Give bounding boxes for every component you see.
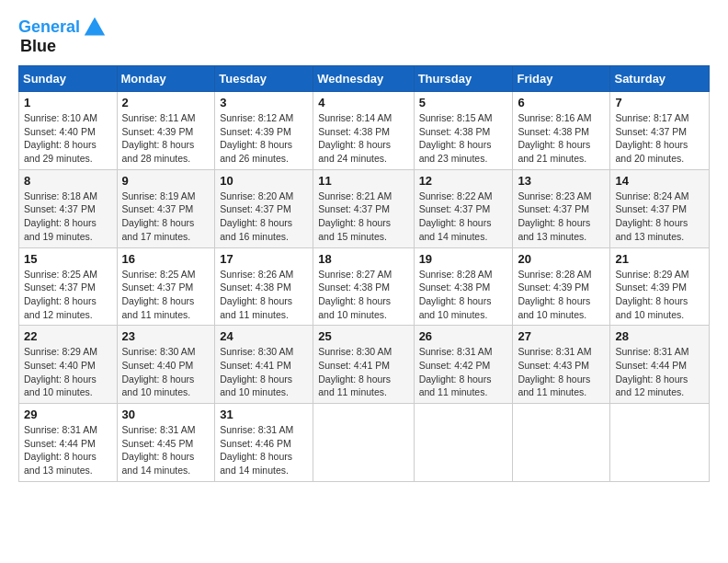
day-number: 9: [122, 174, 210, 188]
calendar-week-row: 1 Sunrise: 8:10 AM Sunset: 4:40 PM Dayli…: [19, 92, 710, 170]
logo-text: General: [18, 18, 80, 37]
calendar-cell: 4 Sunrise: 8:14 AM Sunset: 4:38 PM Dayli…: [313, 92, 414, 170]
calendar-cell: 28 Sunrise: 8:31 AM Sunset: 4:44 PM Dayl…: [610, 326, 710, 404]
day-number: 4: [318, 96, 408, 109]
calendar-cell: 20 Sunrise: 8:28 AM Sunset: 4:39 PM Dayl…: [513, 247, 610, 326]
day-number: 28: [615, 329, 704, 343]
day-number: 24: [220, 329, 308, 343]
calendar-cell: 27 Sunrise: 8:31 AM Sunset: 4:43 PM Dayl…: [513, 326, 610, 404]
calendar-table: SundayMondayTuesdayWednesdayThursdayFrid…: [18, 65, 710, 482]
calendar-week-row: 29 Sunrise: 8:31 AM Sunset: 4:44 PM Dayl…: [19, 404, 710, 482]
calendar-cell: 29 Sunrise: 8:31 AM Sunset: 4:44 PM Dayl…: [19, 404, 118, 482]
day-info: Sunrise: 8:19 AM Sunset: 4:37 PM Dayligh…: [122, 190, 210, 244]
svg-marker-0: [85, 17, 105, 36]
day-info: Sunrise: 8:25 AM Sunset: 4:37 PM Dayligh…: [122, 268, 210, 322]
calendar-cell: 14 Sunrise: 8:24 AM Sunset: 4:37 PM Dayl…: [610, 169, 710, 247]
calendar-cell: 23 Sunrise: 8:30 AM Sunset: 4:40 PM Dayl…: [117, 326, 215, 404]
day-info: Sunrise: 8:31 AM Sunset: 4:43 PM Dayligh…: [518, 345, 605, 399]
day-info: Sunrise: 8:25 AM Sunset: 4:37 PM Dayligh…: [24, 268, 112, 322]
day-number: 15: [24, 252, 112, 266]
day-number: 20: [518, 252, 605, 266]
calendar-cell: [313, 404, 414, 482]
calendar-cell: [610, 404, 710, 482]
day-number: 14: [615, 174, 704, 188]
day-info: Sunrise: 8:31 AM Sunset: 4:44 PM Dayligh…: [615, 345, 704, 399]
calendar-cell: 22 Sunrise: 8:29 AM Sunset: 4:40 PM Dayl…: [19, 326, 118, 404]
calendar-header-row: SundayMondayTuesdayWednesdayThursdayFrid…: [19, 66, 710, 92]
calendar-cell: 31 Sunrise: 8:31 AM Sunset: 4:46 PM Dayl…: [215, 404, 313, 482]
day-info: Sunrise: 8:29 AM Sunset: 4:40 PM Dayligh…: [24, 345, 112, 399]
day-info: Sunrise: 8:28 AM Sunset: 4:38 PM Dayligh…: [419, 268, 508, 322]
day-number: 30: [122, 408, 210, 421]
calendar-cell: 30 Sunrise: 8:31 AM Sunset: 4:45 PM Dayl…: [117, 404, 215, 482]
day-number: 7: [615, 96, 704, 109]
day-number: 11: [318, 174, 408, 188]
day-info: Sunrise: 8:15 AM Sunset: 4:38 PM Dayligh…: [419, 111, 508, 166]
day-number: 21: [615, 252, 704, 266]
day-info: Sunrise: 8:17 AM Sunset: 4:37 PM Dayligh…: [615, 111, 704, 166]
day-number: 18: [318, 252, 408, 266]
day-number: 13: [518, 174, 605, 188]
day-info: Sunrise: 8:28 AM Sunset: 4:39 PM Dayligh…: [518, 268, 605, 322]
day-number: 3: [220, 96, 308, 109]
col-header-tuesday: Tuesday: [215, 66, 313, 92]
day-info: Sunrise: 8:29 AM Sunset: 4:39 PM Dayligh…: [615, 268, 704, 322]
calendar-cell: 21 Sunrise: 8:29 AM Sunset: 4:39 PM Dayl…: [610, 247, 710, 326]
header: General Blue: [18, 15, 710, 56]
day-number: 19: [419, 252, 508, 266]
day-info: Sunrise: 8:16 AM Sunset: 4:38 PM Dayligh…: [518, 111, 605, 166]
calendar-cell: 12 Sunrise: 8:22 AM Sunset: 4:37 PM Dayl…: [414, 169, 513, 247]
day-info: Sunrise: 8:24 AM Sunset: 4:37 PM Dayligh…: [615, 190, 704, 244]
calendar-cell: 8 Sunrise: 8:18 AM Sunset: 4:37 PM Dayli…: [19, 169, 118, 247]
day-info: Sunrise: 8:31 AM Sunset: 4:45 PM Dayligh…: [122, 423, 210, 477]
calendar-cell: 2 Sunrise: 8:11 AM Sunset: 4:39 PM Dayli…: [117, 92, 215, 170]
calendar-cell: [513, 404, 610, 482]
day-info: Sunrise: 8:30 AM Sunset: 4:41 PM Dayligh…: [220, 345, 308, 399]
page: General Blue SundayMondayTuesdayWednesda…: [0, 0, 728, 563]
day-number: 2: [122, 96, 210, 109]
day-info: Sunrise: 8:31 AM Sunset: 4:42 PM Dayligh…: [419, 345, 508, 399]
day-number: 23: [122, 329, 210, 343]
day-info: Sunrise: 8:30 AM Sunset: 4:41 PM Dayligh…: [318, 345, 408, 399]
calendar-cell: 6 Sunrise: 8:16 AM Sunset: 4:38 PM Dayli…: [513, 92, 610, 170]
calendar-cell: 19 Sunrise: 8:28 AM Sunset: 4:38 PM Dayl…: [414, 247, 513, 326]
day-number: 27: [518, 329, 605, 343]
col-header-friday: Friday: [513, 66, 610, 92]
col-header-wednesday: Wednesday: [313, 66, 414, 92]
calendar-cell: [414, 404, 513, 482]
calendar-cell: 1 Sunrise: 8:10 AM Sunset: 4:40 PM Dayli…: [19, 92, 118, 170]
calendar-cell: 17 Sunrise: 8:26 AM Sunset: 4:38 PM Dayl…: [215, 247, 313, 326]
day-number: 6: [518, 96, 605, 109]
day-info: Sunrise: 8:31 AM Sunset: 4:46 PM Dayligh…: [220, 423, 308, 477]
calendar-week-row: 15 Sunrise: 8:25 AM Sunset: 4:37 PM Dayl…: [19, 247, 710, 326]
calendar-cell: 18 Sunrise: 8:27 AM Sunset: 4:38 PM Dayl…: [313, 247, 414, 326]
day-info: Sunrise: 8:21 AM Sunset: 4:37 PM Dayligh…: [318, 190, 408, 244]
day-number: 26: [419, 329, 508, 343]
day-info: Sunrise: 8:14 AM Sunset: 4:38 PM Dayligh…: [318, 111, 408, 166]
day-info: Sunrise: 8:27 AM Sunset: 4:38 PM Dayligh…: [318, 268, 408, 322]
day-info: Sunrise: 8:20 AM Sunset: 4:37 PM Dayligh…: [220, 190, 308, 244]
calendar-cell: 3 Sunrise: 8:12 AM Sunset: 4:39 PM Dayli…: [215, 92, 313, 170]
day-number: 17: [220, 252, 308, 266]
calendar-cell: 9 Sunrise: 8:19 AM Sunset: 4:37 PM Dayli…: [117, 169, 215, 247]
day-number: 25: [318, 329, 408, 343]
col-header-thursday: Thursday: [414, 66, 513, 92]
day-info: Sunrise: 8:31 AM Sunset: 4:44 PM Dayligh…: [24, 423, 112, 477]
day-number: 5: [419, 96, 508, 109]
col-header-sunday: Sunday: [19, 66, 118, 92]
day-number: 22: [24, 329, 112, 343]
day-info: Sunrise: 8:26 AM Sunset: 4:38 PM Dayligh…: [220, 268, 308, 322]
calendar-cell: 5 Sunrise: 8:15 AM Sunset: 4:38 PM Dayli…: [414, 92, 513, 170]
day-info: Sunrise: 8:18 AM Sunset: 4:37 PM Dayligh…: [24, 190, 112, 244]
calendar-cell: 13 Sunrise: 8:23 AM Sunset: 4:37 PM Dayl…: [513, 169, 610, 247]
logo-icon: [82, 15, 108, 40]
day-number: 10: [220, 174, 308, 188]
calendar-cell: 25 Sunrise: 8:30 AM Sunset: 4:41 PM Dayl…: [313, 326, 414, 404]
calendar-week-row: 8 Sunrise: 8:18 AM Sunset: 4:37 PM Dayli…: [19, 169, 710, 247]
calendar-cell: 24 Sunrise: 8:30 AM Sunset: 4:41 PM Dayl…: [215, 326, 313, 404]
calendar-cell: 11 Sunrise: 8:21 AM Sunset: 4:37 PM Dayl…: [313, 169, 414, 247]
day-info: Sunrise: 8:30 AM Sunset: 4:40 PM Dayligh…: [122, 345, 210, 399]
day-info: Sunrise: 8:23 AM Sunset: 4:37 PM Dayligh…: [518, 190, 605, 244]
day-number: 1: [24, 96, 112, 109]
day-number: 31: [220, 408, 308, 421]
